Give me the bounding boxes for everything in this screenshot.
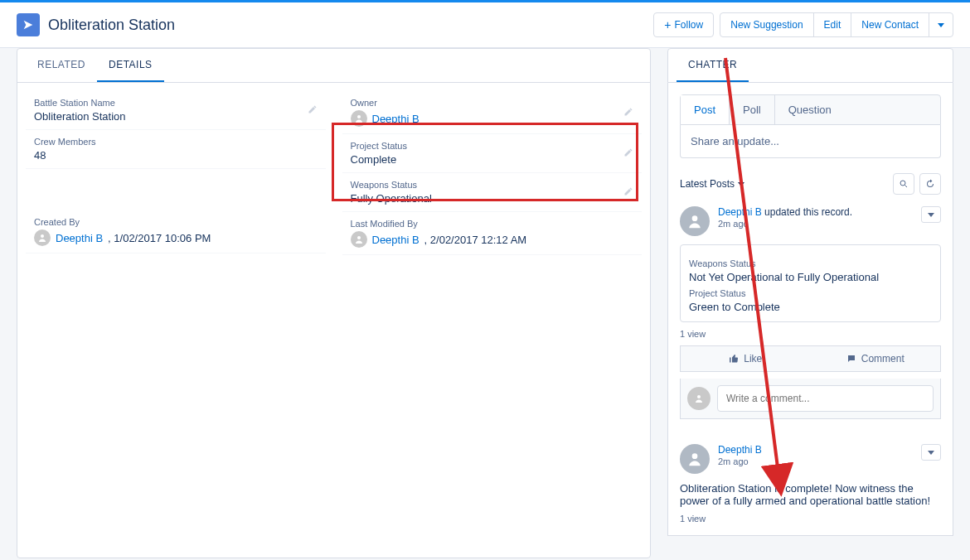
edit-pencil-icon[interactable] (623, 185, 633, 200)
tab-related[interactable]: RELATED (26, 49, 97, 82)
like-button[interactable]: Like (681, 346, 811, 371)
search-icon (899, 179, 909, 189)
created-by-user-link[interactable]: Deepthi B (56, 232, 103, 244)
field-project-status: Project Status Complete (342, 134, 643, 173)
follow-button[interactable]: + Follow (653, 12, 714, 37)
avatar-icon (687, 387, 711, 410)
feed-item-menu[interactable] (921, 444, 941, 461)
svg-point-5 (692, 215, 698, 221)
feed-post-body: Obliteration Station is complete! Now wi… (680, 482, 941, 507)
thumbs-up-icon (729, 354, 739, 364)
owner-user-link[interactable]: Deepthi B (372, 113, 420, 125)
chevron-down-icon (938, 23, 944, 27)
svg-point-3 (900, 181, 905, 186)
refresh-icon (925, 179, 935, 189)
field-crew-members: Crew Members 48 (26, 130, 326, 169)
feed-timestamp[interactable]: 2m ago (718, 456, 749, 466)
field-owner: Owner Deepthi B (342, 91, 643, 134)
record-header: Obliteration Station + Follow New Sugges… (0, 2, 970, 48)
avatar-icon (680, 206, 710, 236)
edit-button[interactable]: Edit (813, 12, 852, 37)
field-weapons-status: Weapons Status Fully Operational (342, 173, 643, 212)
chevron-down-icon (928, 213, 934, 217)
new-contact-button[interactable]: New Contact (851, 12, 929, 37)
feed-search-button[interactable] (893, 173, 914, 195)
main-panel: RELATED DETAILS Battle Station Name Obli… (17, 48, 651, 558)
publisher-tabs: Post Poll Question (680, 94, 941, 125)
edit-pencil-icon[interactable] (623, 105, 633, 120)
chevron-down-icon (928, 451, 934, 455)
svg-point-2 (357, 236, 361, 239)
chatter-tab-bar: CHATTER (667, 48, 953, 83)
publisher-tab-poll[interactable]: Poll (730, 95, 775, 124)
side-panel: CHATTER Post Poll Question Share an upda… (667, 48, 953, 558)
avatar-icon (351, 110, 367, 127)
comment-input[interactable] (717, 385, 934, 412)
field-created-by: Created By Deepthi B , 1/02/2017 10:06 P… (26, 210, 326, 253)
edit-pencil-icon[interactable] (308, 103, 318, 118)
modified-by-user-link[interactable]: Deepthi B (372, 234, 420, 246)
feed-timestamp[interactable]: 2m ago (718, 219, 749, 229)
svg-line-4 (905, 186, 908, 188)
svg-point-0 (41, 234, 44, 238)
feed-view-count: 1 view (680, 329, 941, 339)
chevron-down-icon (738, 182, 744, 186)
comment-button[interactable]: Comment (811, 346, 941, 371)
plus-icon: + (664, 18, 671, 31)
feed-change-card: Weapons Status Not Yet Operational to Fu… (680, 244, 941, 322)
publisher-tab-question[interactable]: Question (775, 95, 845, 124)
comment-icon (846, 354, 856, 364)
avatar-icon (34, 229, 51, 246)
new-suggestion-button[interactable]: New Suggestion (720, 12, 813, 37)
feed-sort-dropdown[interactable]: Latest Posts (680, 178, 744, 190)
avatar-icon (351, 231, 367, 248)
tab-details[interactable]: DETAILS (97, 49, 164, 82)
more-actions-dropdown[interactable] (929, 12, 953, 37)
feed-user-link[interactable]: Deepthi B (718, 206, 762, 218)
feed-refresh-button[interactable] (919, 173, 941, 195)
svg-point-7 (692, 453, 698, 459)
field-last-modified-by: Last Modified By Deepthi B , 2/02/2017 1… (342, 212, 643, 255)
feed-item-post: Deepthi B 2m ago Obliteration Station is… (680, 444, 941, 524)
detail-tabs: RELATED DETAILS (17, 49, 650, 83)
publisher-tab-post[interactable]: Post (681, 95, 730, 124)
feed-item-menu[interactable] (921, 206, 941, 223)
field-battle-station-name: Battle Station Name Obliteration Station (26, 91, 326, 130)
header-actions: + Follow New Suggestion Edit New Contact (647, 12, 953, 37)
avatar-icon (680, 444, 710, 474)
feed-item-update: Deepthi B updated this record. 2m ago We… (680, 206, 941, 419)
feed-user-link[interactable]: Deepthi B (718, 444, 762, 456)
edit-pencil-icon[interactable] (623, 146, 633, 161)
tab-chatter[interactable]: CHATTER (677, 49, 749, 82)
record-type-icon (17, 13, 40, 36)
svg-point-6 (697, 395, 701, 398)
feed-view-count: 1 view (680, 514, 941, 524)
page-title: Obliteration Station (48, 17, 175, 34)
share-update-input[interactable]: Share an update... (680, 125, 941, 158)
svg-point-1 (357, 115, 361, 118)
